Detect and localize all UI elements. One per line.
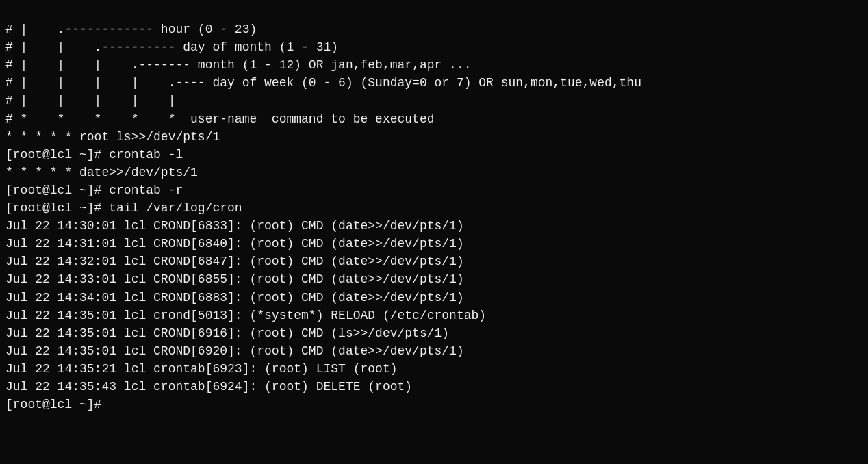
- terminal-line: Jul 22 14:31:01 lcl CROND[6840]: (root) …: [5, 235, 863, 253]
- terminal-window[interactable]: # | .------------ hour (0 - 23)# | | .--…: [5, 3, 863, 461]
- terminal-line: # | | | | |: [5, 92, 863, 109]
- terminal-line: * * * * * date>>/dev/pts/1: [5, 164, 863, 181]
- terminal-line: Jul 22 14:34:01 lcl CROND[6883]: (root) …: [5, 289, 863, 307]
- terminal-line: [root@lcl ~]# crontab -r: [5, 181, 863, 199]
- terminal-line: Jul 22 14:30:01 lcl CROND[6833]: (root) …: [5, 217, 863, 235]
- terminal-line: Jul 22 14:35:01 lcl CROND[6916]: (root) …: [5, 324, 863, 342]
- terminal-line: Jul 22 14:35:43 lcl crontab[6924]: (root…: [5, 378, 863, 396]
- terminal-line: # | | | | .---- day of week (0 - 6) (Sun…: [5, 74, 863, 92]
- terminal-line: Jul 22 14:35:01 lcl CROND[6920]: (root) …: [5, 342, 863, 360]
- terminal-line: Jul 22 14:32:01 lcl CROND[6847]: (root) …: [5, 253, 863, 270]
- terminal-line: # | .------------ hour (0 - 23): [5, 21, 863, 38]
- terminal-line: Jul 22 14:35:01 lcl crond[5013]: (*syste…: [5, 307, 863, 324]
- terminal-line: [root@lcl ~]# tail /var/log/cron: [5, 199, 863, 217]
- terminal-line: [root@lcl ~]#: [5, 396, 863, 413]
- terminal-line: Jul 22 14:33:01 lcl CROND[6855]: (root) …: [5, 270, 863, 288]
- terminal-line: * * * * * root ls>>/dev/pts/1: [5, 128, 863, 146]
- terminal-line: # | | .---------- day of month (1 - 31): [5, 38, 863, 56]
- terminal-line: # | | | .------- month (1 - 12) OR jan,f…: [5, 56, 863, 74]
- terminal-line: [root@lcl ~]# crontab -l: [5, 146, 863, 164]
- terminal-line: # * * * * * user-name command to be exec…: [5, 110, 863, 128]
- terminal-line: Jul 22 14:35:21 lcl crontab[6923]: (root…: [5, 360, 863, 378]
